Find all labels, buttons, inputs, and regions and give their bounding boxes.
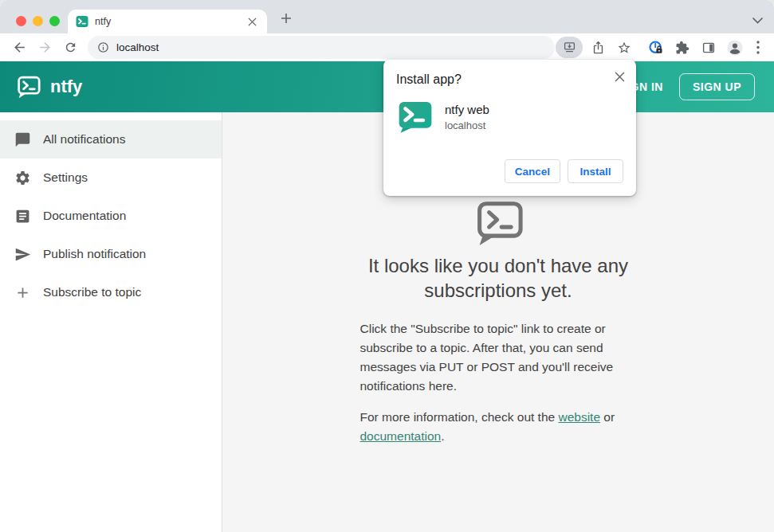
- dialog-app-name: ntfy web: [445, 103, 489, 116]
- dialog-app-info: ntfy web localhost: [445, 101, 489, 131]
- website-link[interactable]: website: [558, 410, 600, 424]
- ntfy-app-icon: [399, 101, 432, 133]
- ntfy-logo-icon: [16, 76, 41, 99]
- browser-menu-icon[interactable]: [750, 37, 766, 59]
- app-title: ntfy: [50, 76, 82, 97]
- sidebar-item-label: Subscribe to topic: [43, 285, 141, 299]
- tab-close-icon[interactable]: [245, 14, 259, 29]
- ntfy-empty-state-icon: [473, 201, 524, 246]
- gear-icon: [14, 170, 31, 186]
- ntfy-favicon-icon: [76, 15, 88, 28]
- minimize-window-button[interactable]: [33, 16, 43, 26]
- sidebar-item-label: Documentation: [43, 209, 126, 223]
- tab-strip: ntfy: [0, 0, 774, 33]
- dialog-close-icon[interactable]: [611, 68, 627, 84]
- dialog-buttons: Cancel Install: [505, 159, 623, 183]
- profile-avatar[interactable]: [724, 37, 746, 59]
- zoom-window-button[interactable]: [49, 16, 60, 26]
- sidebar-item-all-notifications[interactable]: All notifications: [0, 120, 222, 158]
- share-icon[interactable]: [587, 37, 609, 59]
- install-app-icon[interactable]: [556, 37, 583, 58]
- site-info-icon[interactable]: [97, 41, 109, 53]
- tab-search-chevron-icon[interactable]: [752, 13, 763, 27]
- article-icon: [14, 208, 31, 225]
- cancel-button[interactable]: Cancel: [505, 159, 560, 183]
- sidebar-item-label: Publish notification: [43, 247, 146, 261]
- browser-tab[interactable]: ntfy: [68, 10, 267, 33]
- new-tab-button[interactable]: [276, 8, 297, 29]
- empty-state-paragraph: Click the "Subscribe to topic" link to c…: [360, 319, 637, 396]
- sidebar: All notifications Settings Documentation…: [0, 112, 222, 532]
- send-icon: [14, 246, 31, 263]
- forward-icon[interactable]: [33, 37, 56, 59]
- install-button[interactable]: Install: [568, 159, 623, 183]
- sidebar-item-settings[interactable]: Settings: [0, 158, 222, 197]
- sidebar-item-subscribe-to-topic[interactable]: Subscribe to topic: [0, 273, 222, 311]
- tab-title: ntfy: [95, 16, 245, 27]
- sidebar-item-label: Settings: [43, 170, 88, 185]
- ntfy-brand: ntfy: [16, 76, 82, 99]
- traffic-lights: [16, 16, 60, 26]
- empty-state-heading: It looks like you don't have any subscri…: [347, 253, 650, 303]
- install-app-dialog: Install app? ntfy web localhost Cancel I…: [383, 60, 636, 196]
- paragraph-text: .: [441, 429, 444, 443]
- plus-icon: [14, 284, 31, 301]
- dialog-app-row: ntfy web localhost: [399, 101, 623, 133]
- side-panel-icon[interactable]: [697, 37, 720, 59]
- password-manager-extension-icon[interactable]: [645, 37, 667, 59]
- sidebar-item-label: All notifications: [43, 132, 125, 147]
- paragraph-text: or: [600, 410, 615, 424]
- browser-window: ntfy localhost: [0, 0, 774, 532]
- dialog-app-origin: localhost: [445, 119, 489, 131]
- paragraph-text: For more information, check out the: [360, 410, 559, 424]
- toolbar-right: [556, 37, 766, 59]
- refresh-icon[interactable]: [59, 37, 81, 59]
- chat-icon: [14, 131, 31, 148]
- url-text: localhost: [116, 41, 159, 53]
- back-icon[interactable]: [8, 37, 30, 59]
- dialog-title: Install app?: [396, 72, 623, 87]
- browser-toolbar: localhost: [0, 33, 774, 61]
- sidebar-item-publish-notification[interactable]: Publish notification: [0, 235, 222, 273]
- empty-state-links-paragraph: For more information, check out the webs…: [360, 408, 637, 446]
- sign-up-button[interactable]: SIGN UP: [679, 73, 755, 100]
- sidebar-item-documentation[interactable]: Documentation: [0, 197, 222, 235]
- close-window-button[interactable]: [16, 16, 26, 26]
- address-bar[interactable]: localhost: [88, 36, 555, 59]
- extensions-puzzle-icon[interactable]: [671, 37, 693, 59]
- documentation-link[interactable]: documentation: [360, 429, 442, 443]
- bookmark-star-icon[interactable]: [613, 37, 635, 59]
